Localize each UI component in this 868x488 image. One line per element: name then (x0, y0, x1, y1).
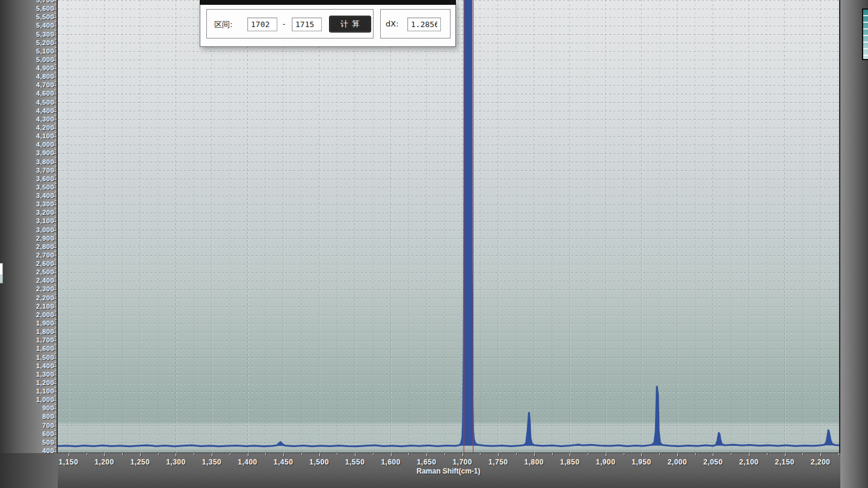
dx-group: dX: (380, 9, 451, 39)
y-tick-minor (55, 413, 57, 413)
x-tick-minor (265, 453, 266, 455)
y-tick-minor (55, 303, 57, 303)
y-tick-minor (55, 422, 57, 422)
x-tick-major (677, 453, 678, 456)
y-tick-label: 5,200 (0, 39, 54, 46)
x-tick-major (140, 453, 141, 456)
y-tick-label: 2,600 (0, 260, 54, 267)
y-tick-major (53, 349, 57, 350)
y-tick-major (53, 273, 57, 273)
y-tick-major (53, 60, 57, 61)
y-tick-major (53, 289, 57, 290)
y-tick-minor (55, 107, 57, 108)
y-tick-minor (55, 22, 57, 22)
x-tick-minor (480, 453, 481, 455)
y-tick-minor (55, 116, 57, 116)
dx-label: dX: (386, 19, 399, 28)
y-tick-major (53, 451, 57, 452)
dialog-titlebar[interactable] (200, 0, 456, 5)
y-tick-major (53, 35, 57, 36)
spectrum-plot[interactable] (57, 0, 840, 453)
spectrum-line (58, 0, 839, 446)
y-tick-minor (55, 81, 57, 82)
y-tick-minor (55, 285, 57, 286)
y-tick-major (53, 17, 57, 18)
y-tick-minor (55, 39, 57, 40)
x-tick-major (319, 453, 320, 456)
right-edge-widget-fragment[interactable] (862, 8, 868, 60)
interval-dialog[interactable]: 区间: - 计算 dX: (200, 0, 456, 47)
y-tick-major (53, 434, 57, 435)
y-tick-minor (55, 13, 57, 14)
y-tick-major (53, 103, 57, 103)
x-tick-major (713, 453, 713, 456)
y-tick-label: 2,400 (0, 277, 54, 284)
x-tick-minor (695, 453, 696, 455)
y-tick-label: 5,300 (0, 31, 54, 38)
y-tick-label: 2,300 (0, 285, 54, 292)
y-tick-minor (55, 158, 57, 158)
x-tick-major (69, 453, 69, 456)
y-tick-minor (55, 336, 57, 337)
y-tick-label: 4,000 (0, 141, 54, 148)
y-tick-minor (55, 243, 57, 244)
y-tick-label: 1,500 (0, 354, 54, 361)
y-tick-label: 2,000 (0, 311, 54, 318)
y-tick-major (53, 179, 57, 180)
y-tick-minor (55, 379, 57, 380)
y-tick-minor (55, 388, 57, 388)
y-tick-minor (55, 320, 57, 320)
y-tick-label: 4,600 (0, 90, 54, 97)
y-tick-minor (55, 362, 57, 363)
y-tick-major (53, 239, 57, 239)
x-tick-major (534, 453, 535, 456)
x-tick-major (820, 453, 821, 456)
y-tick-major (53, 247, 57, 248)
y-tick-label: 4,300 (0, 116, 54, 123)
y-tick-major (53, 426, 57, 427)
x-tick-minor (158, 453, 159, 455)
y-tick-major (53, 188, 57, 188)
x-tick-minor (767, 453, 768, 455)
x-tick-minor (408, 453, 409, 455)
y-tick-major (53, 383, 57, 384)
y-tick-major (53, 341, 57, 341)
y-tick-major (53, 324, 57, 324)
x-tick-major (248, 453, 248, 456)
y-tick-minor (55, 149, 57, 150)
interval-label: 区间: (214, 19, 232, 30)
x-tick-major (570, 453, 570, 456)
left-edge-panel-fragment (0, 263, 3, 283)
y-tick-major (53, 264, 57, 265)
x-tick-major (606, 453, 606, 456)
y-tick-label: 400 (0, 447, 54, 454)
y-tick-major (53, 205, 57, 205)
y-tick-label: 4,400 (0, 107, 54, 114)
y-tick-minor (55, 396, 57, 397)
interval-to-input[interactable] (292, 17, 322, 31)
interval-from-input[interactable] (247, 17, 277, 31)
y-tick-label: 4,800 (0, 73, 54, 80)
y-tick-major (53, 94, 57, 94)
y-tick-minor (55, 371, 57, 371)
dx-value-input[interactable] (407, 17, 441, 31)
y-tick-major (53, 221, 57, 222)
y-tick-minor (55, 260, 57, 261)
interval-separator: - (283, 19, 285, 28)
y-tick-major (53, 298, 57, 299)
y-tick-minor (55, 200, 57, 201)
y-tick-major (53, 111, 57, 112)
y-tick-minor (55, 56, 57, 57)
y-tick-minor (55, 235, 57, 235)
x-tick-minor (373, 453, 374, 455)
y-tick-minor (55, 447, 57, 448)
y-tick-label: 4,700 (0, 81, 54, 88)
y-tick-label: 4,200 (0, 124, 54, 131)
y-tick-label: 800 (0, 413, 54, 420)
spectrum-canvas[interactable] (58, 0, 839, 452)
calculate-button[interactable]: 计算 (329, 16, 371, 32)
y-tick-label: 1,000 (0, 396, 54, 403)
y-tick-label: 4,500 (0, 99, 54, 106)
y-tick-major (53, 307, 57, 307)
y-tick-minor (55, 439, 57, 439)
